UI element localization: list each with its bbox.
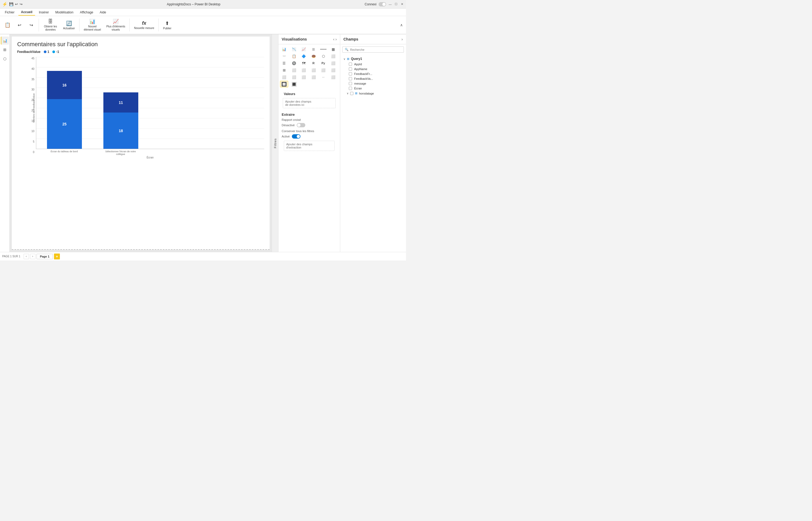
minimize-btn[interactable]: — xyxy=(388,2,392,6)
viz-icon-format[interactable]: 🔳 xyxy=(290,81,298,87)
ribbon-nouvel-element[interactable]: 📊 Nouvelélément visuel xyxy=(82,18,103,32)
report-canvas[interactable]: Commentaires sur l'application FeedbackV… xyxy=(12,37,270,250)
field-checkbox-message[interactable] xyxy=(349,82,352,85)
fields-nav-btn[interactable]: › xyxy=(401,37,403,41)
viz-icon-py[interactable]: Py xyxy=(319,60,327,66)
ribbon-nouvelle-mesure[interactable]: fx Nouvelle mesure xyxy=(132,18,156,32)
menu-modelisation[interactable]: Modélisation xyxy=(53,9,76,15)
viz-nav-right[interactable]: › xyxy=(335,37,337,41)
menu-inserer[interactable]: Insérer xyxy=(36,9,51,15)
viz-icon-blank5[interactable]: ⬜ xyxy=(300,67,308,73)
viz-icon-list[interactable]: ☰ xyxy=(280,60,288,66)
viz-icon-blank[interactable]: ⬜ xyxy=(329,53,337,59)
add-page-btn[interactable]: + xyxy=(54,253,60,259)
viz-icon-blank11[interactable]: ⬜ xyxy=(300,74,308,80)
ribbon-plus-elements[interactable]: 📈 Plus d'élémentsvisuels xyxy=(104,18,127,32)
viz-icon-blank6[interactable]: ⬜ xyxy=(309,67,318,73)
left-sidebar: 📊 ⊞ ⬡ xyxy=(0,35,10,252)
field-message[interactable]: message xyxy=(342,81,404,86)
viz-icon-more[interactable]: ··· xyxy=(319,74,327,80)
viz-icon-table[interactable]: ═══ xyxy=(319,46,327,52)
main-area: 📊 ⊞ ⬡ Commentaires sur l'application Fee… xyxy=(0,35,406,252)
close-btn[interactable]: ✕ xyxy=(400,2,404,6)
menu-fichier[interactable]: Fichier xyxy=(2,9,17,15)
bar-value-2-bottom: 18 xyxy=(119,129,123,133)
valeurs-add-field[interactable]: Ajouter des champsde données ici xyxy=(283,98,335,108)
ribbon-collapse-btn[interactable]: ∧ xyxy=(399,22,404,28)
filters-strip[interactable]: Filtres xyxy=(272,35,278,252)
viz-icon-stacked-bar[interactable]: ||| xyxy=(309,46,318,52)
page-tab-1[interactable]: Page 1 xyxy=(37,254,53,259)
x-label-1: Écran du tableau de bord xyxy=(47,150,82,156)
viz-icon-blank13[interactable]: ⬜ xyxy=(329,74,337,80)
field-feedbackva[interactable]: FeedbackVa... xyxy=(342,76,404,81)
next-page-btn[interactable]: › xyxy=(30,254,36,259)
viz-icon-hex[interactable]: ⬡ xyxy=(319,53,327,59)
field-label-message: message xyxy=(354,82,366,85)
viz-icon-bar-chart[interactable]: 📊 xyxy=(280,46,288,52)
chart-title: Commentaires sur l'application xyxy=(17,41,264,48)
field-ecran[interactable]: Écran xyxy=(342,86,404,91)
visualizations-panel: Visualisations ‹ › 📊 📉 📈 ||| ═══ ▦ 〰 📋 🔷… xyxy=(278,35,340,252)
ribbon-redo[interactable]: ↪ xyxy=(26,18,37,32)
redo-icon[interactable]: ↪ xyxy=(20,2,23,6)
bar-value-1-top: 16 xyxy=(62,83,67,87)
viz-panel-title: Visualisations xyxy=(282,37,307,41)
fields-search-input[interactable] xyxy=(350,48,401,51)
field-appname[interactable]: AppName xyxy=(342,67,404,71)
ribbon-obtenir-donnees[interactable]: 🗄 Obtenir lesdonnées xyxy=(41,18,60,32)
field-checkbox-ecran[interactable] xyxy=(349,87,352,90)
field-horodatage[interactable]: ∨ ⊞ horodatage xyxy=(342,91,404,96)
field-checkbox-feedbackva[interactable] xyxy=(349,77,352,80)
menu-aide[interactable]: Aide xyxy=(97,9,109,15)
field-checkbox-horodatage[interactable] xyxy=(350,92,353,95)
viz-icon-map[interactable]: 🗺 xyxy=(300,60,308,66)
viz-icon-shape-map[interactable]: 🔷 xyxy=(300,53,308,59)
sidebar-model-icon[interactable]: ⬡ xyxy=(1,55,9,63)
quick-save-icon[interactable]: 💾 xyxy=(9,2,14,6)
viz-icon-grid: 📊 📉 📈 ||| ═══ ▦ 〰 📋 🔷 🍩 ⬡ ⬜ ☰ 🔘 🗺 R Py ⬜… xyxy=(278,44,340,89)
rapport-croise-toggle[interactable] xyxy=(297,123,305,127)
ribbon-undo[interactable]: ↩ xyxy=(14,18,25,32)
ribbon-publier[interactable]: ⬆ Publier xyxy=(161,18,173,32)
active-label: Activé xyxy=(282,135,290,138)
viz-icon-gauge[interactable]: 🔘 xyxy=(290,60,298,66)
viz-icon-area-chart[interactable]: 📈 xyxy=(300,46,308,52)
query-header[interactable]: ∨ ⊞ Query1 xyxy=(342,56,404,62)
field-checkbox-feedbackfr[interactable] xyxy=(349,72,352,75)
viz-icon-blank10[interactable]: ⬜ xyxy=(290,74,298,80)
viz-nav-left[interactable]: ‹ xyxy=(333,37,334,41)
menu-affichage[interactable]: Affichage xyxy=(77,9,96,15)
user-avatar[interactable]: Connexi xyxy=(365,2,376,6)
viz-icon-build[interactable]: 🔲 xyxy=(280,81,288,87)
viz-icon-scatter[interactable]: 〰 xyxy=(280,53,288,59)
ribbon-actualiser[interactable]: 🔄 Actualiser xyxy=(61,18,77,32)
viz-icon-blank7[interactable]: ⬜ xyxy=(319,67,327,73)
fields-search-box[interactable]: 🔍 xyxy=(342,46,404,53)
viz-icon-blank4[interactable]: ⬜ xyxy=(290,67,298,73)
ribbon-clipboard[interactable]: 📋 xyxy=(2,18,13,32)
viz-icon-blank3[interactable]: ⊞ xyxy=(280,67,288,73)
viz-icon-line-chart[interactable]: 📉 xyxy=(290,46,298,52)
extraire-add-field[interactable]: Ajouter des champsd'extraction xyxy=(284,141,334,151)
viz-icon-card[interactable]: 📋 xyxy=(290,53,298,59)
viz-icon-blank12[interactable]: ⬜ xyxy=(309,74,318,80)
viz-icon-blank2[interactable]: ⬜ xyxy=(329,60,337,66)
conserver-filtres-toggle[interactable] xyxy=(292,134,300,139)
viz-icon-matrix[interactable]: ▦ xyxy=(329,46,337,52)
menu-accueil[interactable]: Accueil xyxy=(18,9,35,16)
field-checkbox-appname[interactable] xyxy=(349,67,352,71)
sidebar-data-icon[interactable]: ⊞ xyxy=(1,46,9,54)
field-appid[interactable]: AppId xyxy=(342,62,404,67)
field-checkbox-appid[interactable] xyxy=(349,63,352,66)
field-feedbackfr[interactable]: FeedbackFr... xyxy=(342,71,404,76)
viz-icon-blank9[interactable]: ⬜ xyxy=(280,74,288,80)
maximize-btn[interactable]: ☐ xyxy=(394,2,398,6)
viz-icon-r[interactable]: R xyxy=(309,60,318,66)
sidebar-report-icon[interactable]: 📊 xyxy=(1,37,9,45)
undo-icon[interactable]: ↩ xyxy=(15,2,18,6)
viz-icon-blank8[interactable]: ⬜ xyxy=(329,67,337,73)
prev-page-btn[interactable]: ‹ xyxy=(24,254,29,259)
viz-icon-donut[interactable]: 🍩 xyxy=(309,53,318,59)
undo-ribbon-icon: ↩ xyxy=(18,23,21,28)
